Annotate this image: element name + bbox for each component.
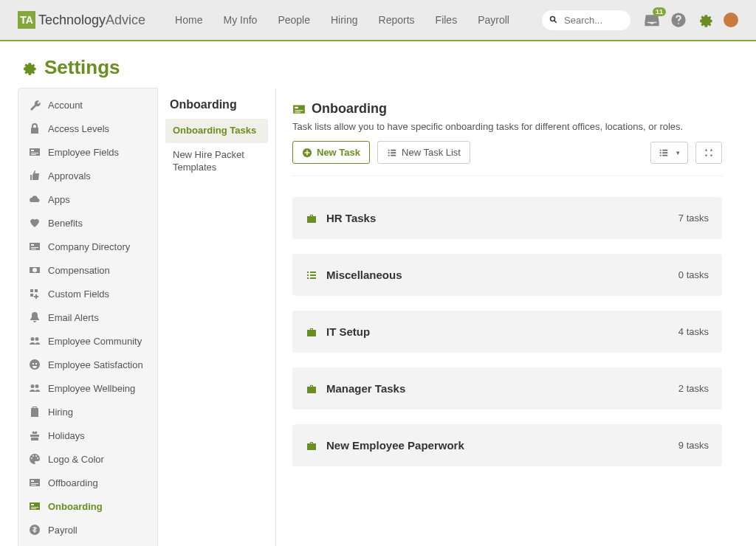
new-task-list-label: New Task List [402, 147, 461, 158]
sidebar-item-payroll[interactable]: Payroll [18, 518, 157, 542]
clipboard-icon [29, 406, 41, 418]
view-options-button[interactable] [650, 142, 688, 164]
sidebar-item-compensation[interactable]: Compensation [18, 258, 157, 282]
group-icon [29, 382, 41, 394]
logo-mark-icon: TA [18, 11, 35, 29]
task-list-card[interactable]: HR Tasks7 tasks [292, 197, 722, 239]
sidebar-item-label: Offboarding [48, 477, 98, 488]
sidebar-item-label: Payroll [48, 525, 78, 536]
topnav-item[interactable]: Reports [379, 14, 415, 26]
id-card-icon [292, 103, 306, 116]
task-list-title: IT Setup [326, 325, 670, 338]
sidebar-item-label: Apps [48, 194, 70, 205]
search-wrap [542, 10, 630, 30]
topnav-item[interactable]: Files [436, 14, 458, 26]
topnav-item[interactable]: Home [175, 14, 202, 26]
topnav-item[interactable]: People [278, 14, 310, 26]
task-list-title: Manager Tasks [326, 382, 670, 395]
topbar: TA TechnologyAdvice HomeMy InfoPeopleHir… [0, 0, 756, 41]
sidebar-item-label: Benefits [48, 218, 83, 229]
subnav-title: Onboarding [165, 98, 268, 111]
topnav-item[interactable]: Payroll [478, 14, 509, 26]
sidebar-item-access-levels[interactable]: Access Levels [18, 117, 157, 140]
sidebar-item-benefits[interactable]: Benefits [18, 211, 157, 235]
sidebar-item-label: Approvals [48, 170, 91, 182]
topnav-item[interactable]: Hiring [331, 14, 358, 26]
task-list-card[interactable]: Miscellaneous0 tasks [292, 254, 722, 296]
subnav-item[interactable]: Onboarding Tasks [165, 119, 268, 143]
sidebar-item-label: Compensation [48, 265, 110, 276]
id-card-icon [29, 241, 41, 252]
task-list-count: 2 tasks [678, 383, 709, 394]
sidebar-item-label: Employee Fields [48, 147, 119, 158]
top-icons: 11 [644, 12, 738, 28]
sidebar-item-email-alerts[interactable]: Email Alerts [18, 305, 157, 329]
sidebar-item-label: Employee Community [48, 336, 142, 347]
search-icon [549, 15, 558, 24]
sidebar-item-employee-fields[interactable]: Employee Fields [18, 140, 157, 164]
id-card-icon [29, 146, 41, 158]
sort-button[interactable] [695, 142, 722, 164]
sidebar-item-performance[interactable]: Performance [18, 542, 157, 546]
sidebar-item-hiring[interactable]: Hiring [18, 400, 157, 424]
id-card-icon [29, 477, 41, 488]
new-task-list-button[interactable]: New Task List [377, 141, 470, 164]
sidebar-item-custom-fields[interactable]: Custom Fields [18, 282, 157, 305]
list-icon [306, 269, 317, 281]
sidebar-item-apps[interactable]: Apps [18, 187, 157, 211]
subnav-item[interactable]: New Hire Packet Templates [165, 143, 268, 180]
top-nav: HomeMy InfoPeopleHiringReportsFilesPayro… [175, 14, 509, 26]
plus-circle-icon [302, 148, 312, 158]
smiley-icon [29, 359, 41, 370]
main-heading: Onboarding [312, 101, 387, 117]
money-icon [29, 264, 41, 276]
main-header: Onboarding [292, 101, 722, 117]
dollar-icon [29, 524, 41, 536]
wrench-icon [29, 99, 41, 111]
sidebar-item-account[interactable]: Account [18, 93, 157, 117]
logo-text-light: Advice [106, 13, 145, 28]
briefcase-icon [306, 440, 317, 452]
cloud-icon [29, 193, 41, 205]
main-description: Task lists allow you to have specific on… [292, 121, 722, 132]
palette-icon [29, 453, 41, 465]
sidebar-item-label: Employee Satisfaction [48, 359, 143, 370]
task-list-card[interactable]: IT Setup4 tasks [292, 311, 722, 353]
sidebar-item-offboarding[interactable]: Offboarding [18, 471, 157, 494]
sidebar-item-label: Onboarding [48, 501, 103, 512]
sidebar-item-label: Employee Wellbeing [48, 383, 135, 394]
notification-badge: 11 [653, 7, 666, 16]
briefcase-icon [306, 326, 317, 338]
heart-icon [29, 217, 41, 229]
sidebar-item-label: Logo & Color [48, 454, 104, 465]
sidebar-item-employee-community[interactable]: Employee Community [18, 329, 157, 353]
sidebar-item-company-directory[interactable]: Company Directory [18, 235, 157, 258]
sidebar-item-holidays[interactable]: Holidays [18, 424, 157, 447]
task-list-card[interactable]: Manager Tasks2 tasks [292, 367, 722, 410]
sidebar-item-label: Custom Fields [48, 288, 109, 300]
sidebar-item-employee-wellbeing[interactable]: Employee Wellbeing [18, 376, 157, 400]
settings-gear-icon[interactable] [697, 12, 713, 28]
task-list-count: 4 tasks [678, 326, 709, 337]
sidebar-item-logo-color[interactable]: Logo & Color [18, 447, 157, 471]
task-list-count: 9 tasks [678, 440, 709, 451]
help-icon[interactable] [670, 12, 687, 28]
lock-icon [29, 122, 41, 134]
logo[interactable]: TA TechnologyAdvice [18, 11, 145, 29]
sort-icon [704, 148, 714, 158]
sidebar-item-onboarding[interactable]: Onboarding [18, 494, 157, 518]
inbox-button[interactable]: 11 [644, 12, 660, 28]
briefcase-icon [306, 212, 317, 224]
gear-icon [21, 60, 37, 76]
sidebar-item-employee-satisfaction[interactable]: Employee Satisfaction [18, 353, 157, 376]
avatar[interactable] [724, 13, 738, 27]
new-task-button[interactable]: New Task [292, 141, 370, 164]
sidebar-item-label: Holidays [48, 430, 85, 441]
task-list-card[interactable]: New Employee Paperwork9 tasks [292, 424, 722, 466]
grid-plus-icon [29, 288, 41, 300]
sidebar-item-approvals[interactable]: Approvals [18, 164, 157, 187]
list-icon [387, 148, 397, 158]
new-task-label: New Task [317, 147, 360, 158]
topnav-item[interactable]: My Info [223, 14, 257, 26]
group-icon [29, 335, 41, 347]
